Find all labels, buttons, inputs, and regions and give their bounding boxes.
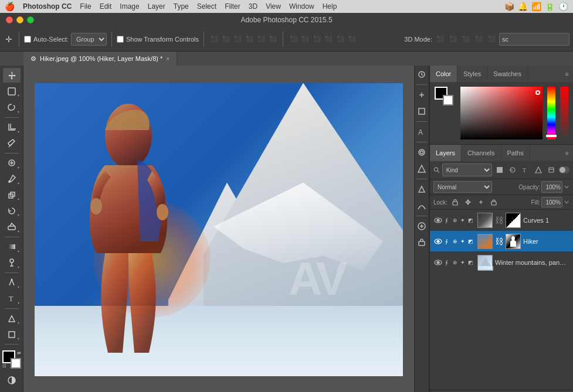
vert-bar-icon-4[interactable]: A <box>415 125 428 138</box>
healing-tool[interactable]: ▾ <box>3 156 21 171</box>
3d-icon-2[interactable]: ⬛ <box>447 34 458 45</box>
alpha-bar[interactable] <box>560 87 568 139</box>
gradient-box[interactable] <box>460 87 543 139</box>
align-horiz-center-icon[interactable]: ⬛ <box>256 34 266 45</box>
layers-filter-adj-icon[interactable] <box>507 164 518 176</box>
layers-filter-smart-icon[interactable] <box>546 164 557 176</box>
menu-select[interactable]: Select <box>197 2 216 11</box>
opacity-chevron-icon[interactable] <box>564 184 569 190</box>
menu-edit[interactable]: Edit <box>100 2 112 11</box>
dist-right-icon[interactable]: ⬛ <box>347 34 357 45</box>
align-top-icon[interactable]: ⬛ <box>209 34 219 45</box>
maximize-button[interactable] <box>27 16 34 23</box>
document-tab[interactable]: ⚙ Hiker.jpeg @ 100% (Hiker, Layer Mask/8… <box>23 52 177 66</box>
clone-tool[interactable]: ▾ <box>3 188 21 202</box>
menu-3d[interactable]: 3D <box>249 2 257 11</box>
dodge-tool[interactable]: ▾ <box>3 255 21 270</box>
tab-styles[interactable]: Styles <box>457 66 487 82</box>
hue-bar[interactable] <box>547 87 555 139</box>
tab-color[interactable]: Color <box>430 66 457 82</box>
history-tool[interactable]: ▾ <box>3 203 21 218</box>
brush-tool[interactable]: ▾ <box>3 172 21 186</box>
3d-icon-1[interactable]: ⬛ <box>435 34 445 45</box>
color-gradient-picker[interactable] <box>460 87 543 139</box>
layers-filter-shape-icon[interactable] <box>533 164 544 176</box>
layer-visibility-winter[interactable] <box>433 258 443 267</box>
quick-mask-tool[interactable] <box>3 373 21 388</box>
background-color[interactable] <box>11 358 21 369</box>
eyedropper-tool[interactable] <box>3 136 21 151</box>
menu-file[interactable]: File <box>80 2 91 11</box>
gradient-tool[interactable]: ▾ <box>3 239 21 254</box>
dist-vert-icon[interactable]: ⬛ <box>300 34 310 45</box>
3d-icon-5[interactable]: ⬛ <box>486 34 497 45</box>
layer-row-hiker[interactable]: ∮ ⊕ ✦ ◩ ⛓ Hiker <box>430 231 573 252</box>
menu-view[interactable]: View <box>266 2 281 11</box>
lock-artboard-button[interactable] <box>476 197 486 207</box>
lock-move-button[interactable] <box>463 197 473 207</box>
minimize-button[interactable] <box>16 16 23 23</box>
layer-row-curves1[interactable]: ∮ ⊕ ✦ ◩ ⛓ Curves 1 <box>430 210 573 231</box>
vert-bar-icon-10[interactable] <box>415 236 428 249</box>
menu-filter[interactable]: Filter <box>225 2 240 11</box>
tab-layers[interactable]: Layers <box>430 145 462 161</box>
vert-bar-icon-1[interactable] <box>415 68 428 81</box>
swap-colors-icon[interactable]: ⇄ <box>17 350 21 356</box>
layers-panel-menu-button[interactable]: ≡ <box>561 145 573 161</box>
opacity-input[interactable] <box>541 181 562 193</box>
layers-filter-pixel-icon[interactable] <box>494 164 505 176</box>
layer-visibility-hiker[interactable] <box>433 237 443 246</box>
close-button[interactable] <box>6 16 13 23</box>
path-select-tool[interactable]: ▾ <box>3 311 21 326</box>
dist-left-icon[interactable]: ⬛ <box>323 34 334 45</box>
menu-window[interactable]: Window <box>289 2 314 11</box>
align-right-icon[interactable]: ⬛ <box>267 34 278 45</box>
align-bottom-icon[interactable]: ⬛ <box>232 34 243 45</box>
layers-filter-toggle[interactable] <box>559 164 569 176</box>
apple-menu[interactable]: 🍎 <box>5 2 15 11</box>
fill-input[interactable] <box>541 197 562 207</box>
menu-help[interactable]: Help <box>323 2 337 11</box>
blend-mode-select[interactable]: Normal Dissolve Multiply Screen Overlay … <box>433 181 492 193</box>
fill-chevron-icon[interactable] <box>564 199 569 205</box>
vert-bar-icon-6[interactable] <box>415 162 428 175</box>
tab-paths[interactable]: Paths <box>501 145 530 161</box>
align-left-icon[interactable]: ⬛ <box>244 34 255 45</box>
reset-colors-icon[interactable]: ⊡ <box>2 363 6 369</box>
shape-tool[interactable]: ▾ <box>3 327 21 342</box>
auto-select-dropdown[interactable]: Group Layer <box>71 33 107 46</box>
menu-image[interactable]: Image <box>120 2 139 11</box>
dist-bottom-icon[interactable]: ⬛ <box>311 34 322 45</box>
lock-all-button[interactable] <box>489 197 499 207</box>
dist-horiz-icon[interactable]: ⬛ <box>335 34 345 45</box>
vert-bar-icon-3[interactable] <box>415 105 428 118</box>
canvas-container[interactable]: AV <box>23 66 414 392</box>
layers-kind-select[interactable]: Kind Name Effect Mode Attribute Color Sm… <box>442 163 492 176</box>
vert-bar-icon-2[interactable] <box>415 88 428 101</box>
vert-bar-icon-7[interactable] <box>415 183 428 196</box>
auto-select-checkbox[interactable] <box>24 36 31 43</box>
selection-tool[interactable]: ▾ <box>3 84 21 98</box>
crop-tool[interactable]: ▾ <box>3 120 21 134</box>
vert-bar-icon-5[interactable] <box>415 146 428 159</box>
background-swatch[interactable] <box>443 95 453 105</box>
dist-top-icon[interactable]: ⬛ <box>288 34 299 45</box>
layers-filter-type-icon[interactable]: T <box>520 164 531 176</box>
layer-visibility-curves1[interactable] <box>433 216 443 225</box>
tab-channels[interactable]: Channels <box>462 145 501 161</box>
show-transform-checkbox[interactable] <box>117 36 124 43</box>
eraser-tool[interactable]: ▾ <box>3 219 21 234</box>
vert-bar-icon-8[interactable] <box>415 199 428 212</box>
tab-close-button[interactable]: × <box>166 56 169 62</box>
3d-icon-3[interactable]: ⬛ <box>460 34 471 45</box>
3d-icon-4[interactable]: ⬛ <box>473 34 484 45</box>
lock-pixels-button[interactable] <box>450 197 460 207</box>
color-panel-menu-button[interactable]: ≡ <box>561 66 573 82</box>
3d-mode-input[interactable] <box>499 33 569 46</box>
vert-bar-icon-9[interactable] <box>415 220 428 233</box>
move-tool[interactable] <box>3 68 21 83</box>
type-tool[interactable]: T ▾ <box>3 291 21 306</box>
pen-tool[interactable]: ▾ <box>3 275 21 290</box>
tab-swatches[interactable]: Swatches <box>487 66 528 82</box>
menu-layer[interactable]: Layer <box>148 2 165 11</box>
